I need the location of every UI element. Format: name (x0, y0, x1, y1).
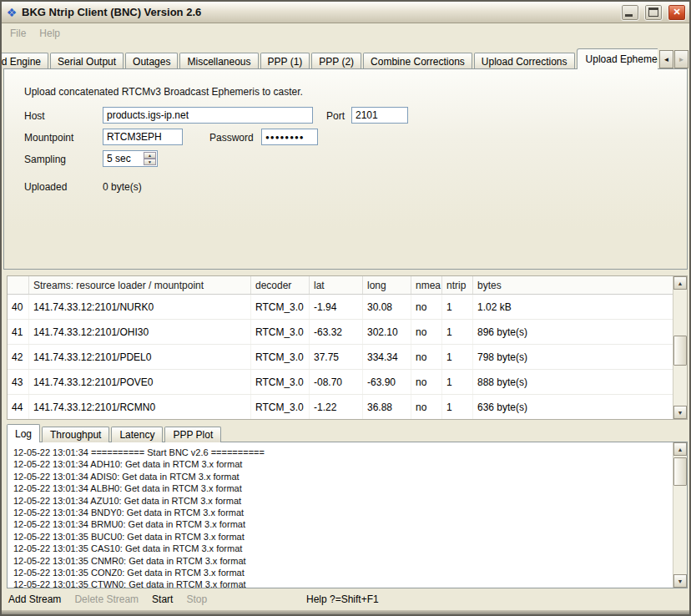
cell-nmea: no (411, 295, 442, 319)
mountpoint-input[interactable]: RTCM3EPH (103, 129, 183, 145)
cell-decoder: RTCM_3.0 (251, 395, 310, 419)
scroll-down-button[interactable]: ▼ (673, 406, 687, 419)
scroll-track[interactable] (673, 290, 687, 406)
menu-file[interactable]: File (10, 28, 26, 43)
arrow-left-icon: ◄ (663, 56, 670, 63)
spin-down-button[interactable]: ▼ (144, 159, 156, 165)
spin-up-button[interactable]: ▲ (144, 152, 156, 159)
minimize-button[interactable] (621, 4, 639, 21)
tab-upload-ephemeris[interactable]: Upload Ephemeris (577, 48, 658, 69)
close-icon: ✕ (673, 7, 680, 18)
log-body: 12-05-22 13:01:34 ========== Start BNC v… (8, 442, 673, 588)
host-label: Host (24, 110, 45, 122)
log-line: 12-05-22 13:01:34 BNDY0: Get data in RTC… (13, 507, 671, 518)
spinner-buttons: ▲ ▼ (144, 152, 156, 165)
uploaded-label: Uploaded (24, 181, 67, 193)
table-row[interactable]: 44 141.74.33.12:2101/RCMN0 RTCM_3.0 -1.2… (8, 395, 673, 419)
tab-serial-output[interactable]: Serial Output (50, 53, 124, 69)
scroll-down-button[interactable]: ▼ (673, 574, 687, 588)
log-line: 12-05-22 13:01:34 ALBH0: Get data in RTC… (13, 482, 671, 494)
cell-long: 36.88 (363, 395, 411, 419)
add-stream-button[interactable]: Add Stream (8, 593, 61, 605)
panel-description: Upload concatenated RTCMv3 Broadcast Eph… (24, 86, 303, 98)
log-scrollbar[interactable]: ▲ ▼ (673, 442, 687, 588)
table-row[interactable]: 40 141.74.33.12:2101/NURK0 RTCM_3.0 -1.9… (8, 295, 673, 320)
app-icon[interactable]: ❖ (5, 6, 18, 19)
tab-scroll-right-button[interactable]: ► (674, 50, 688, 68)
cell-row-number: 41 (8, 320, 29, 344)
cell-bytes: 1.02 kB (473, 295, 673, 319)
streams-table-body: Streams: resource loader / mountpoint de… (8, 276, 673, 419)
close-button[interactable]: ✕ (668, 4, 686, 21)
cell-long: 302.10 (363, 320, 411, 344)
port-input[interactable]: 2101 (351, 107, 408, 124)
scroll-thumb[interactable] (673, 336, 687, 366)
titlebar[interactable]: ❖ BKG Ntrip Client (BNC) Version 2.6 ✕ (2, 2, 689, 23)
window-bottom-edge (2, 610, 689, 614)
tab-feed-engine[interactable]: ed Engine (2, 53, 48, 69)
streams-header: Streams: resource loader / mountpoint de… (8, 276, 673, 295)
cell-long: -63.90 (363, 370, 411, 394)
help-hint: Help ?=Shift+F1 (306, 593, 379, 605)
start-button[interactable]: Start (152, 593, 173, 605)
sampling-spinner[interactable]: 5 sec ▲ ▼ (103, 150, 158, 167)
cell-stream: 141.74.33.12:2101/OHI30 (29, 320, 251, 344)
cell-stream: 141.74.33.12:2101/RCMN0 (29, 395, 251, 419)
tab-strip: ed Engine Serial Output Outages Miscella… (2, 48, 658, 69)
table-row[interactable]: 41 141.74.33.12:2101/OHI30 RTCM_3.0 -63.… (8, 320, 673, 345)
streams-scrollbar[interactable]: ▲ ▼ (673, 276, 687, 419)
table-row[interactable]: 43 141.74.33.12:2101/POVE0 RTCM_3.0 -08.… (8, 370, 673, 395)
cell-row-number: 43 (8, 370, 29, 394)
window-title: BKG Ntrip Client (BNC) Version 2.6 (22, 6, 616, 18)
log-line: 12-05-22 13:01:34 BRMU0: Get data in RTC… (13, 518, 671, 530)
col-header-nmea: nmea (411, 276, 442, 294)
password-input[interactable]: ●●●●●●●● (261, 129, 318, 145)
cell-ntrip: 1 (442, 345, 473, 369)
col-header-decoder: decoder (251, 276, 310, 294)
tab-ppp-1[interactable]: PPP (1) (260, 53, 310, 69)
tab-ppp-plot[interactable]: PPP Plot (164, 427, 221, 442)
cell-stream: 141.74.33.12:2101/PDEL0 (29, 345, 251, 369)
log-line: 12-05-22 13:01:34 AZU10: Get data in RTC… (13, 495, 671, 507)
scroll-track[interactable] (673, 456, 687, 574)
tab-scroll-buttons: ◄ ► (658, 50, 688, 68)
port-label: Port (326, 110, 345, 122)
tab-log[interactable]: Log (7, 424, 40, 442)
tab-latency[interactable]: Latency (111, 427, 163, 442)
cell-ntrip: 1 (442, 395, 473, 419)
tab-ppp-2[interactable]: PPP (2) (311, 53, 361, 69)
table-row[interactable]: 42 141.74.33.12:2101/PDEL0 RTCM_3.0 37.7… (8, 345, 673, 370)
cell-ntrip: 1 (442, 320, 473, 344)
cell-ntrip: 1 (442, 295, 473, 319)
cell-decoder: RTCM_3.0 (251, 295, 310, 319)
scroll-up-button[interactable]: ▲ (673, 276, 687, 290)
tab-scroll-left-button[interactable]: ◄ (659, 50, 673, 68)
menu-help[interactable]: Help (39, 28, 60, 43)
cell-lat: 37.75 (310, 345, 363, 369)
scroll-thumb[interactable] (673, 457, 687, 486)
log-pane[interactable]: 12-05-22 13:01:34 ========== Start BNC v… (7, 442, 688, 588)
tab-combine-corrections[interactable]: Combine Corrections (363, 53, 472, 69)
host-input[interactable]: products.igs-ip.net (103, 107, 313, 124)
cell-nmea: no (411, 370, 442, 394)
cell-bytes: 798 byte(s) (473, 345, 673, 369)
cell-long: 30.08 (363, 295, 411, 319)
maximize-button[interactable] (644, 4, 663, 21)
col-header-row-number (8, 276, 29, 294)
cell-row-number: 44 (8, 395, 29, 419)
stop-button: Stop (186, 593, 207, 605)
tab-upload-corrections[interactable]: Upload Corrections (474, 53, 575, 69)
col-header-lat: lat (310, 276, 363, 294)
cell-ntrip: 1 (442, 370, 473, 394)
tab-miscellaneous[interactable]: Miscellaneous (179, 53, 258, 69)
cell-bytes: 888 byte(s) (473, 370, 673, 394)
log-line: 12-05-22 13:01:35 CONZ0: Get data in RTC… (13, 567, 671, 578)
maximize-icon (648, 8, 658, 17)
cell-nmea: no (411, 395, 442, 419)
tab-throughput[interactable]: Throughput (42, 427, 109, 442)
tab-outages[interactable]: Outages (125, 53, 178, 69)
log-line: 12-05-22 13:01:35 CAS10: Get data in RTC… (13, 543, 671, 554)
scroll-up-button[interactable]: ▲ (673, 442, 687, 456)
cell-nmea: no (411, 320, 442, 344)
password-label: Password (209, 132, 254, 144)
